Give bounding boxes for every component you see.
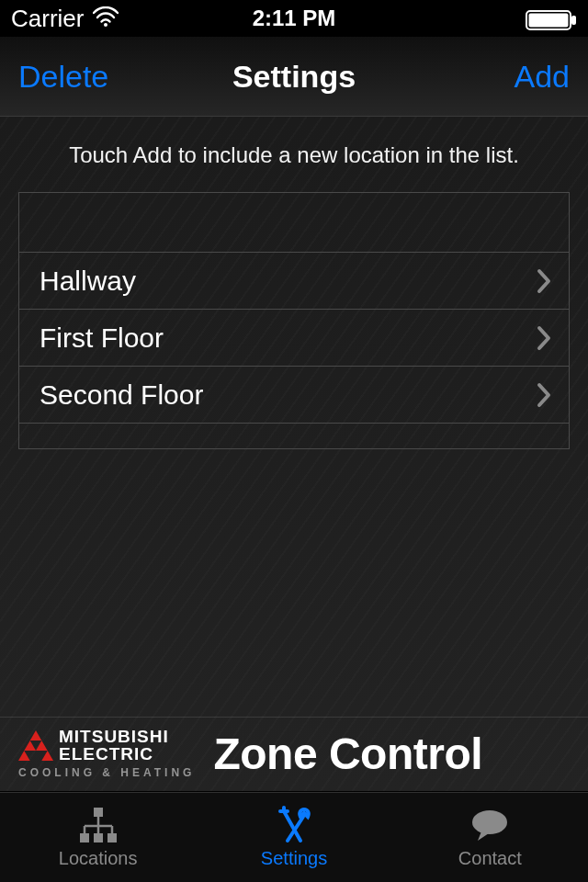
tab-label: Locations bbox=[59, 848, 138, 869]
tab-settings[interactable]: Settings bbox=[196, 793, 391, 882]
nav-bar: Delete Settings Add bbox=[0, 37, 588, 116]
delete-button[interactable]: Delete bbox=[18, 59, 108, 95]
svg-marker-6 bbox=[36, 741, 48, 751]
tab-locations[interactable]: Locations bbox=[0, 793, 196, 882]
tab-contact[interactable]: Contact bbox=[392, 793, 588, 882]
content-area: Touch Add to include a new location in t… bbox=[0, 117, 588, 449]
tree-icon bbox=[77, 806, 119, 844]
list-row-blank-bottom bbox=[19, 423, 569, 448]
tab-bar: Locations Settings Contact bbox=[0, 792, 588, 882]
svg-point-19 bbox=[472, 810, 507, 834]
svg-marker-5 bbox=[24, 741, 36, 751]
chevron-right-icon bbox=[536, 382, 552, 408]
svg-rect-16 bbox=[80, 833, 89, 842]
list-row[interactable]: First Floor bbox=[19, 309, 569, 366]
location-label: First Floor bbox=[40, 322, 164, 354]
tab-label: Contact bbox=[458, 848, 522, 869]
nav-divider bbox=[0, 116, 588, 117]
svg-rect-3 bbox=[571, 16, 576, 25]
chevron-right-icon bbox=[536, 325, 552, 351]
location-label: Hallway bbox=[40, 266, 136, 297]
instruction-text: Touch Add to include a new location in t… bbox=[0, 117, 588, 185]
clock-label: 2:11 PM bbox=[253, 6, 336, 31]
svg-marker-4 bbox=[30, 730, 42, 741]
chevron-right-icon bbox=[536, 268, 552, 294]
brand-word-2: ELECTRIC bbox=[59, 746, 169, 763]
brand-subline: COOLING & HEATING bbox=[18, 766, 195, 779]
battery-icon bbox=[526, 6, 577, 31]
list-row[interactable]: Second Floor bbox=[19, 366, 569, 423]
list-row[interactable]: Hallway bbox=[19, 252, 569, 309]
location-list: Hallway First Floor Second Floor bbox=[18, 192, 570, 449]
brand-row: MITSUBISHI ELECTRIC COOLING & HEATING Zo… bbox=[0, 717, 588, 792]
list-row-blank[interactable] bbox=[19, 193, 569, 252]
brand-logo: MITSUBISHI ELECTRIC COOLING & HEATING bbox=[18, 729, 195, 778]
brand-word-1: MITSUBISHI bbox=[59, 729, 169, 745]
svg-rect-2 bbox=[529, 13, 569, 27]
page-title: Settings bbox=[232, 59, 356, 95]
tab-label: Settings bbox=[261, 848, 327, 869]
svg-marker-7 bbox=[18, 751, 30, 761]
svg-rect-17 bbox=[94, 833, 103, 842]
add-button[interactable]: Add bbox=[514, 59, 571, 95]
chat-icon bbox=[469, 806, 511, 844]
carrier-label: Carrier bbox=[11, 5, 84, 33]
tools-icon bbox=[273, 806, 315, 844]
svg-point-0 bbox=[104, 23, 107, 27]
wifi-icon bbox=[93, 5, 119, 33]
app-name: Zone Control bbox=[213, 729, 482, 779]
svg-marker-8 bbox=[41, 751, 53, 761]
location-label: Second Floor bbox=[40, 379, 203, 411]
mitsubishi-logo-icon bbox=[18, 730, 53, 762]
svg-rect-18 bbox=[107, 833, 117, 842]
status-bar: Carrier 2:11 PM bbox=[0, 0, 588, 37]
svg-rect-10 bbox=[94, 808, 103, 817]
